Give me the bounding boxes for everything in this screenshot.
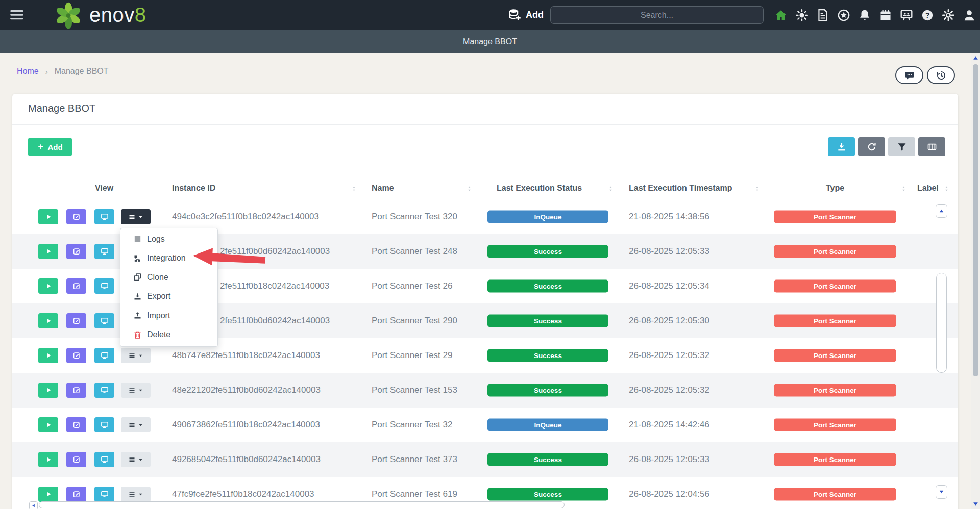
caret-down-icon — [138, 492, 143, 497]
column-header-type[interactable]: Type — [774, 184, 896, 193]
instance-id-cell: 494c0e3c2fe511f0b18c0242ac140003 — [172, 212, 319, 222]
sort-icon[interactable] — [607, 184, 614, 193]
page-scrollbar-thumb[interactable] — [973, 64, 978, 376]
monitor-button[interactable] — [94, 487, 114, 502]
instance-id-cell: 2fe511f0b18c0242ac140003 — [220, 281, 329, 291]
chat-button[interactable] — [895, 66, 923, 84]
timestamp-cell: 26-08-2025 12:05:30 — [629, 316, 709, 326]
page-scroll-up-button[interactable] — [972, 55, 979, 61]
column-header-timestamp[interactable]: Last Execution Timestamp — [629, 184, 732, 193]
table-scroll-left-button[interactable] — [29, 501, 38, 509]
caret-down-icon — [138, 457, 143, 463]
breadcrumb-home-link[interactable]: Home — [17, 67, 39, 76]
history-button[interactable] — [927, 66, 955, 84]
edit-icon — [72, 386, 81, 394]
edit-button[interactable] — [66, 348, 86, 363]
table-row: 48e221202fe511f0b0d60242ac140003 Port Sc… — [12, 373, 958, 408]
monitor-button[interactable] — [94, 452, 114, 467]
filter-button[interactable] — [888, 137, 915, 156]
report-icon[interactable] — [816, 9, 829, 22]
run-button[interactable] — [38, 348, 58, 363]
run-button[interactable] — [38, 209, 58, 224]
horizontal-scrollbar-thumb[interactable] — [39, 501, 565, 508]
run-button[interactable] — [38, 278, 58, 294]
breadcrumb: Home › Manage BBOT — [17, 67, 109, 76]
run-button[interactable] — [38, 244, 58, 259]
refresh-button[interactable] — [858, 137, 885, 156]
row-menu-toggle[interactable] — [121, 487, 151, 502]
run-button[interactable] — [38, 487, 58, 502]
user-icon[interactable] — [963, 9, 976, 22]
help-icon[interactable] — [921, 9, 934, 22]
column-header-label[interactable]: Label — [917, 184, 939, 193]
quick-add-label: Add — [526, 10, 544, 20]
page-scroll-down-button[interactable] — [972, 501, 979, 507]
column-header-name[interactable]: Name — [372, 184, 394, 193]
column-header-instance-id[interactable]: Instance ID — [172, 184, 215, 193]
name-cell: Port Scanner Test 320 — [372, 212, 457, 222]
edit-button[interactable] — [66, 487, 86, 502]
run-button[interactable] — [38, 452, 58, 467]
home-icon[interactable] — [774, 9, 788, 22]
status-badge: Success — [487, 245, 608, 258]
table-scroll-up-button[interactable] — [936, 204, 947, 218]
monitor-button[interactable] — [94, 383, 114, 398]
name-cell: Port Scanner Test 373 — [372, 454, 457, 465]
monitor-button[interactable] — [94, 209, 114, 224]
run-button[interactable] — [38, 313, 58, 328]
menu-item-delete[interactable]: Delete — [120, 325, 217, 345]
bell-icon[interactable] — [858, 9, 871, 22]
table-scroll-down-button[interactable] — [936, 485, 947, 499]
row-menu-toggle[interactable] — [121, 348, 151, 363]
edit-button[interactable] — [66, 313, 86, 328]
type-badge: Port Scanner — [774, 419, 896, 431]
sort-icon[interactable] — [943, 184, 950, 193]
timestamp-cell: 21-08-2025 14:38:56 — [629, 212, 709, 222]
settings-icon[interactable] — [942, 9, 955, 22]
row-menu-toggle[interactable] — [121, 383, 151, 398]
play-icon — [44, 490, 53, 498]
sort-icon[interactable] — [900, 184, 907, 193]
edit-button[interactable] — [66, 209, 86, 224]
star-icon[interactable] — [837, 9, 850, 22]
edit-button[interactable] — [66, 278, 86, 294]
monitor-button[interactable] — [94, 348, 114, 363]
monitor-button[interactable] — [94, 278, 114, 294]
table-row: 490673862fe511f0b18c0242ac140003 Port Sc… — [12, 408, 958, 442]
sort-icon[interactable] — [466, 184, 473, 193]
presentation-icon[interactable] — [900, 9, 913, 22]
edit-button[interactable] — [66, 244, 86, 259]
edit-button[interactable] — [66, 452, 86, 467]
run-button[interactable] — [38, 383, 58, 398]
edit-button[interactable] — [66, 383, 86, 398]
calendar-icon[interactable] — [879, 9, 892, 22]
sort-icon[interactable] — [351, 184, 357, 193]
sort-icon[interactable] — [754, 184, 761, 193]
quick-add-button[interactable]: Add — [508, 0, 544, 30]
row-menu-toggle[interactable] — [121, 452, 151, 467]
monitor-icon — [101, 213, 109, 221]
run-button[interactable] — [38, 417, 58, 432]
sidebar-menu-button[interactable] — [8, 7, 26, 22]
export-icon — [133, 292, 142, 301]
column-header-view: View — [79, 184, 130, 193]
menu-item-clone[interactable]: Clone — [120, 268, 217, 287]
name-cell: Port Scanner Test 153 — [372, 385, 457, 395]
columns-button[interactable] — [918, 137, 945, 156]
monitor-button[interactable] — [94, 313, 114, 328]
row-menu-toggle[interactable] — [121, 417, 151, 432]
monitor-button[interactable] — [94, 244, 114, 259]
brand-logo[interactable]: enov8 — [48, 2, 146, 29]
sun-icon[interactable] — [795, 9, 808, 22]
table-scrollbar-thumb[interactable] — [936, 273, 947, 373]
column-header-status[interactable]: Last Execution Status — [497, 184, 582, 193]
menu-item-export[interactable]: Export — [120, 287, 217, 307]
menu-item-import[interactable]: Import — [120, 306, 217, 325]
add-button[interactable]: Add — [28, 138, 72, 156]
edit-button[interactable] — [66, 417, 86, 432]
monitor-button[interactable] — [94, 417, 114, 432]
row-menu-toggle[interactable] — [121, 209, 151, 224]
search-input[interactable] — [550, 6, 764, 24]
download-button[interactable] — [828, 137, 855, 156]
card-divider — [12, 124, 958, 125]
